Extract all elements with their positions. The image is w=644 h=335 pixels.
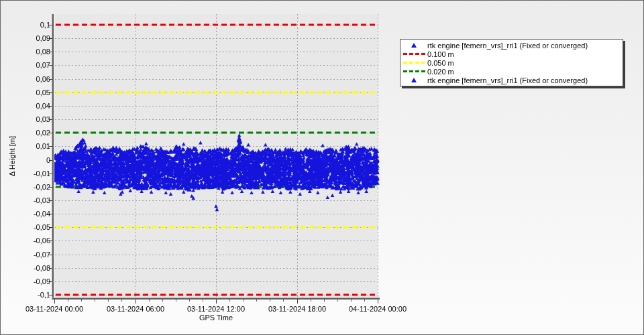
legend-item-label: 0.020 m [427,68,454,76]
legend-box: rtk engine [femern_vrs]_rri1 (Fixed or c… [400,39,623,86]
legend-item-label: 0.050 m [427,59,454,67]
y-tick-label: 0,08 [1,48,50,56]
legend-marker [400,53,427,55]
legend-item-label: 0.100 m [427,50,454,58]
y-tick-label: 0,1 [1,21,50,29]
y-tick-label: 0,09 [1,34,50,42]
y-axis-title: Δ Height [m] [8,136,16,176]
y-tick-label: -0,1 [1,291,50,299]
legend-marker [400,70,427,72]
dashed-line-icon [403,62,425,64]
x-tick-label: 03-11-2024 18:00 [260,305,334,313]
dashed-line-icon [403,70,425,72]
y-tick-label: -0,04 [1,210,50,218]
y-tick-label: 0,06 [1,75,50,83]
legend-marker [400,43,427,48]
legend-marker [400,78,427,82]
y-tick-label: -0,03 [1,196,50,204]
legend-item-label: rtk engine [femern_vrs]_rri1 (Fixed or c… [427,76,588,84]
triangle-marker-icon [411,43,417,48]
legend-item: rtk engine [femern_vrs]_rri1 (Fixed or c… [400,76,623,84]
y-tick-label: -0,09 [1,277,50,285]
y-tick-label: -0,02 [1,183,50,191]
legend-item-label: rtk engine [femern_vrs]_rri1 (Fixed or c… [427,42,588,50]
y-tick-label: 0,05 [1,88,50,96]
legend-marker [400,62,427,64]
x-tick-label: 03-11-2024 06:00 [99,305,172,313]
y-tick-label: -0,06 [1,237,50,245]
legend-item: 0.100 m [400,50,623,58]
legend-item: 0.050 m [400,58,623,67]
legend-item: 0.020 m [400,67,623,76]
x-tick-label: 03-11-2024 00:00 [17,305,91,313]
y-tick-label: 0,03 [1,115,50,123]
x-tick-label: 04-11-2024 00:00 [341,305,415,313]
y-tick-label: -0,05 [1,223,50,231]
rtk-height-chart-window: 0,10,090,080,070,060,050,040,030,020,010… [0,0,644,335]
y-tick-label: -0,07 [1,251,50,259]
legend-item: rtk engine [femern_vrs]_rri1 (Fixed or c… [400,41,623,50]
x-tick-label: 03-11-2024 12:00 [179,305,253,313]
dashed-line-icon [403,53,425,55]
y-tick-label: 0,07 [1,61,50,69]
y-tick-label: -0,08 [1,264,50,272]
x-axis-title: GPS Time [54,314,378,322]
y-tick-label: 0,04 [1,102,50,110]
triangle-marker-icon [411,78,417,82]
